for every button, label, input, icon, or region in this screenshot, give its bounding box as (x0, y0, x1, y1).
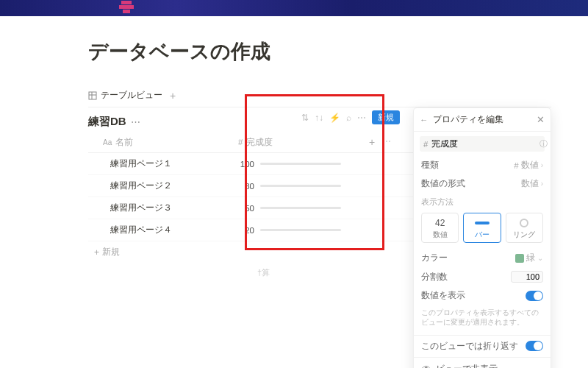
divisor-input[interactable] (511, 271, 543, 283)
bar-value: 80 (238, 182, 254, 191)
tab-table-view[interactable]: テーブルビュー (88, 87, 162, 104)
wrap-toggle[interactable] (526, 341, 543, 351)
ring-icon (520, 219, 528, 227)
display-opt-number[interactable]: 42 数値 (421, 213, 459, 243)
header-banner (0, 0, 588, 16)
chevron-right-icon: › (541, 180, 543, 188)
plus-icon: + (94, 247, 99, 258)
new-button[interactable]: 新規 (372, 110, 400, 124)
bar-value: 100 (238, 160, 254, 169)
hash-icon: # (423, 140, 428, 149)
number-sample: 42 (423, 217, 456, 229)
svg-rect-0 (89, 92, 96, 99)
panel-title: プロパティを編集 (433, 113, 537, 126)
display-opt-bar[interactable]: バー (463, 213, 501, 243)
info-icon[interactable]: ⓘ (539, 138, 548, 149)
col-header-progress[interactable]: # 完成度 (228, 136, 360, 148)
page-title: データベースの作成 (88, 38, 551, 65)
cell-progress[interactable]: 80 (228, 180, 360, 192)
lightning-icon[interactable]: ⚡ (329, 113, 340, 123)
close-button[interactable]: ✕ (537, 114, 545, 125)
cell-progress[interactable]: 100 (228, 158, 360, 170)
filter-icon[interactable]: ⇅ (301, 113, 309, 123)
display-opt-ring[interactable]: リング (506, 213, 543, 243)
add-column-button[interactable]: + (369, 136, 375, 148)
col-more-icon[interactable]: ⋯ (382, 136, 391, 148)
eye-off-icon: 👁 (421, 364, 431, 368)
add-view-button[interactable]: + (170, 90, 176, 102)
color-swatch (515, 254, 524, 263)
chevron-right-icon: › (541, 161, 543, 169)
show-number-row: 数値を表示 (414, 286, 551, 305)
db-menu-button[interactable]: ⋯ (131, 116, 141, 127)
color-row[interactable]: カラー 緑⌄ (414, 249, 551, 267)
db-title[interactable]: 練習DB (88, 115, 126, 129)
table-icon (88, 91, 97, 100)
bar-value: 20 (238, 226, 254, 235)
cell-name[interactable]: 練習用ページ２ (88, 180, 228, 192)
more-icon[interactable]: ⋯ (357, 113, 366, 123)
col-header-name[interactable]: Aa 名前 (88, 136, 228, 148)
divisor-row: 分割数 (414, 267, 551, 286)
property-name-input[interactable]: # ⓘ (420, 136, 545, 152)
tab-label: テーブルビュー (101, 89, 162, 102)
show-number-toggle[interactable] (526, 291, 543, 301)
cell-name[interactable]: 練習用ページ１ (88, 158, 228, 170)
cell-name[interactable]: 練習用ページ４ (88, 224, 228, 236)
cell-progress[interactable]: 20 (228, 224, 360, 236)
search-icon[interactable]: ⌕ (346, 113, 351, 123)
type-row[interactable]: 種類 #数値› (414, 156, 551, 174)
chevron-down-icon: ⌄ (537, 254, 543, 262)
hash-icon: # (238, 138, 243, 146)
sort-icon[interactable]: ↑↓ (315, 113, 323, 123)
bar-value: 50 (238, 204, 254, 213)
hide-action[interactable]: 👁 ビューで非表示 (414, 359, 551, 368)
wrap-row: このビューでは折り返す (414, 337, 551, 355)
cell-progress[interactable]: 50 (228, 202, 360, 214)
name-field[interactable] (431, 140, 539, 149)
property-panel: ← プロパティを編集 ✕ # ⓘ 種類 #数値› 数値の形式 数値› 表示方法 … (413, 107, 551, 368)
format-row[interactable]: 数値の形式 数値› (414, 174, 551, 193)
hint-text: このプロパティを表示するすべてのビューに変更が適用されます。 (414, 305, 551, 333)
bar-track (260, 163, 341, 165)
hash-icon: # (514, 161, 518, 170)
bar-track (260, 229, 341, 231)
db-view-tabs: テーブルビュー + (88, 84, 551, 107)
bar-track (260, 185, 341, 187)
bar-icon (475, 222, 490, 224)
text-icon: Aa (103, 138, 112, 146)
cell-name[interactable]: 練習用ページ３ (88, 202, 228, 214)
back-button[interactable]: ← (420, 116, 429, 124)
bar-track (260, 207, 341, 209)
display-section-label: 表示方法 (414, 193, 551, 210)
